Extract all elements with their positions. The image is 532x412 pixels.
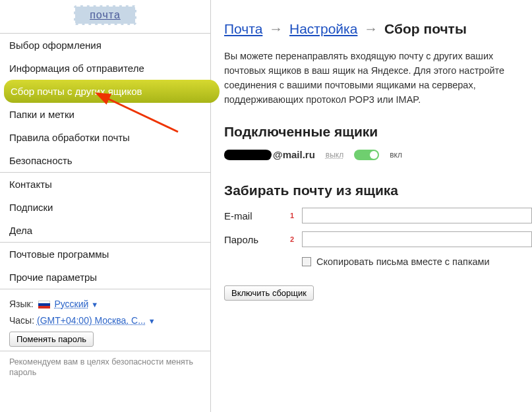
nav-item-subscriptions[interactable]: Подписки <box>0 196 210 219</box>
copy-folders-row: Скопировать письма вместе с папками <box>302 256 532 267</box>
nav-item-other[interactable]: Прочие параметры <box>0 266 210 289</box>
email-label: E-mail <box>224 210 290 221</box>
lang-label: Язык: <box>9 299 34 309</box>
mailbox-address[interactable]: @mail.ru <box>224 149 315 160</box>
password-hint: Рекомендуем вам в целях безопасности мен… <box>0 351 210 386</box>
nav-item-theme[interactable]: Выбор оформления <box>0 34 210 57</box>
crumb-settings[interactable]: Настройка <box>289 21 357 36</box>
nav-item-sender-info[interactable]: Информация об отправителе <box>0 57 210 80</box>
chevron-down-icon: ▼ <box>148 317 156 325</box>
nav-item-mail-collect[interactable]: Сбор почты с других ящиков <box>4 80 210 103</box>
flag-ru-icon <box>38 301 50 309</box>
chevron-down-icon: ▼ <box>91 301 98 309</box>
nav-item-contacts[interactable]: Контакты <box>0 173 210 196</box>
enable-collector-button[interactable]: Включить сборщик <box>224 285 314 301</box>
crumb-current: Сбор почты <box>384 21 467 36</box>
password-label: Пароль <box>224 234 290 245</box>
mailbox-domain: @mail.ru <box>273 149 315 160</box>
nav-item-rules[interactable]: Правила обработки почты <box>0 126 210 149</box>
settings-sidebar: почта Выбор оформления Информация об отп… <box>0 0 211 412</box>
nav-item-folders[interactable]: Папки и метки <box>0 103 210 126</box>
nav-group-1: Выбор оформления Информация об отправите… <box>0 34 210 173</box>
nav-item-mail-clients[interactable]: Почтовые программы <box>0 243 210 266</box>
badge-1: 1 <box>290 212 295 220</box>
mail-tab[interactable]: почта <box>74 5 136 25</box>
toggle-off-label[interactable]: выкл <box>326 150 343 160</box>
badge-2: 2 <box>290 235 295 243</box>
lang-select[interactable]: Русский <box>54 299 88 309</box>
nav-item-tasks[interactable]: Дела <box>0 219 210 242</box>
page-description: Вы можете перенаправлять входящую почту … <box>224 49 532 107</box>
email-row: E-mail 1 <box>224 208 532 223</box>
nav-group-2: Контакты Подписки Дела <box>0 173 210 243</box>
password-field[interactable] <box>302 231 532 247</box>
password-row: Пароль 2 <box>224 231 532 247</box>
connected-mailbox-row: @mail.ru выкл вкл <box>224 149 532 160</box>
copy-folders-checkbox[interactable] <box>302 257 311 266</box>
email-field[interactable] <box>302 208 532 223</box>
mailbox-toggle[interactable] <box>354 150 379 160</box>
timezone-select[interactable]: (GMT+04:00) Москва, С... <box>37 315 146 326</box>
connected-title: Подключенные ящики <box>224 124 532 140</box>
change-password-button[interactable]: Поменять пароль <box>9 332 94 347</box>
crumb-mail[interactable]: Почта <box>224 21 262 36</box>
toggle-on-label: вкл <box>390 150 402 160</box>
main-content: Почта → Настройка → Сбор почты Вы можете… <box>211 0 532 412</box>
redacted-icon <box>224 150 272 160</box>
nav-group-3: Почтовые программы Прочие параметры <box>0 243 210 289</box>
fetch-title: Забирать почту из ящика <box>224 183 532 198</box>
nav-item-security[interactable]: Безопасность <box>0 149 210 172</box>
copy-folders-label: Скопировать письма вместе с папками <box>316 256 490 267</box>
clock-label: Часы: <box>9 315 34 326</box>
locale-block: Язык: Русский ▼ Часы: (GMT+04:00) Москва… <box>0 289 210 351</box>
breadcrumb: Почта → Настройка → Сбор почты <box>224 21 532 37</box>
